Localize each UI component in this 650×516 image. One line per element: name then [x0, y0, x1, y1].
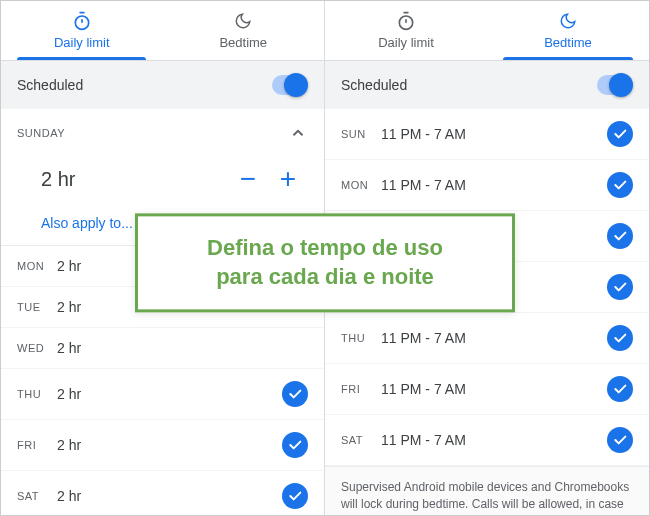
moon-icon: [558, 11, 578, 31]
tab-label: Bedtime: [544, 35, 592, 50]
moon-icon: [233, 11, 253, 31]
tabs-left: Daily limit Bedtime: [1, 1, 324, 61]
expanded-day-header[interactable]: SUNDAY: [1, 109, 324, 153]
day-row[interactable]: THU11 PM - 7 AM: [325, 313, 649, 364]
day-time: 11 PM - 7 AM: [381, 126, 607, 142]
tab-label: Bedtime: [219, 35, 267, 50]
check-icon[interactable]: [607, 427, 633, 453]
tab-bedtime[interactable]: Bedtime: [487, 1, 649, 60]
check-icon[interactable]: [282, 381, 308, 407]
time-control: 2 hr − +: [1, 153, 324, 205]
day-abbr: SAT: [17, 490, 57, 502]
day-row[interactable]: WED2 hr: [1, 328, 324, 369]
day-abbr: FRI: [17, 439, 57, 451]
scheduled-label: Scheduled: [17, 77, 83, 93]
scheduled-label: Scheduled: [341, 77, 407, 93]
day-time: 11 PM - 7 AM: [381, 432, 607, 448]
scheduled-row: Scheduled: [325, 61, 649, 109]
day-abbr: MON: [17, 260, 57, 272]
svg-point-0: [75, 16, 88, 29]
check-icon[interactable]: [607, 172, 633, 198]
scheduled-toggle[interactable]: [597, 75, 633, 95]
day-row[interactable]: SUN11 PM - 7 AM: [325, 109, 649, 160]
check-icon[interactable]: [282, 432, 308, 458]
day-abbr: THU: [341, 332, 381, 344]
check-icon[interactable]: [607, 223, 633, 249]
overlay-line: para cada dia e noite: [168, 263, 482, 292]
tabs-right: Daily limit Bedtime: [325, 1, 649, 61]
tab-daily-limit[interactable]: Daily limit: [1, 1, 163, 60]
day-time: 11 PM - 7 AM: [381, 177, 607, 193]
tab-label: Daily limit: [378, 35, 434, 50]
stopwatch-icon: [396, 11, 416, 31]
check-icon[interactable]: [607, 376, 633, 402]
annotation-overlay: Defina o tempo de uso para cada dia e no…: [135, 213, 515, 312]
overlay-line: Defina o tempo de uso: [168, 234, 482, 263]
day-time: 11 PM - 7 AM: [381, 381, 607, 397]
footer-note: Supervised Android mobile devices and Ch…: [325, 466, 649, 515]
day-time: 2 hr: [57, 340, 308, 356]
check-icon[interactable]: [282, 483, 308, 509]
tab-bedtime[interactable]: Bedtime: [163, 1, 325, 60]
day-time: 2 hr: [57, 488, 282, 504]
day-time: 2 hr: [57, 386, 282, 402]
scheduled-toggle[interactable]: [272, 75, 308, 95]
day-abbr: FRI: [341, 383, 381, 395]
day-time: 11 PM - 7 AM: [381, 330, 607, 346]
time-value: 2 hr: [41, 168, 228, 191]
day-time: 2 hr: [57, 437, 282, 453]
tab-daily-limit[interactable]: Daily limit: [325, 1, 487, 60]
day-row[interactable]: SAT2 hr: [1, 471, 324, 515]
day-abbr: WED: [17, 342, 57, 354]
check-icon[interactable]: [607, 274, 633, 300]
day-abbr: SUN: [341, 128, 381, 140]
stopwatch-icon: [72, 11, 92, 31]
decrease-button[interactable]: −: [228, 159, 268, 199]
check-icon[interactable]: [607, 325, 633, 351]
scheduled-row: Scheduled: [1, 61, 324, 109]
day-abbr: MON: [341, 179, 381, 191]
day-row[interactable]: THU2 hr: [1, 369, 324, 420]
check-icon[interactable]: [607, 121, 633, 147]
day-row[interactable]: MON11 PM - 7 AM: [325, 160, 649, 211]
day-abbr: TUE: [17, 301, 57, 313]
day-abbr: THU: [17, 388, 57, 400]
day-row[interactable]: FRI2 hr: [1, 420, 324, 471]
increase-button[interactable]: +: [268, 159, 308, 199]
day-row[interactable]: SAT11 PM - 7 AM: [325, 415, 649, 466]
svg-point-1: [399, 16, 412, 29]
day-abbr: SAT: [341, 434, 381, 446]
day-name: SUNDAY: [17, 127, 65, 139]
tab-label: Daily limit: [54, 35, 110, 50]
chevron-up-icon[interactable]: [288, 123, 308, 143]
day-row[interactable]: FRI11 PM - 7 AM: [325, 364, 649, 415]
